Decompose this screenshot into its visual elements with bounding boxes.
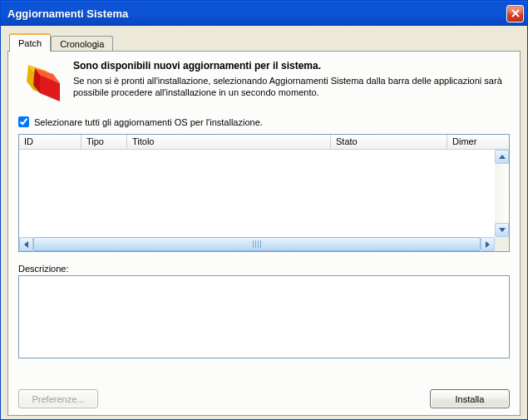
vertical-scrollbar[interactable] — [495, 150, 509, 237]
scroll-down-button[interactable] — [495, 223, 509, 237]
table-body — [19, 150, 509, 251]
window-frame: Aggiornamenti Sistema Patch Cronologia — [0, 0, 528, 420]
preferences-button: Preferenze... — [18, 389, 98, 408]
info-heading: Sono disponibili nuovi aggiornamenti per… — [73, 60, 510, 72]
button-row: Preferenze... Installa — [18, 378, 510, 408]
titlebar[interactable]: Aggiornamenti Sistema — [1, 1, 527, 26]
column-header-status[interactable]: Stato — [331, 135, 447, 150]
tab-history[interactable]: Cronologia — [51, 36, 113, 52]
chevron-down-icon — [499, 228, 506, 232]
description-label: Descrizione: — [18, 264, 510, 274]
info-section: Sono disponibili nuovi aggiornamenti per… — [18, 60, 510, 103]
chevron-up-icon — [499, 155, 506, 159]
vertical-scroll-track[interactable] — [495, 164, 509, 223]
column-header-type[interactable]: Tipo — [81, 135, 127, 150]
preferences-button-label: Preferenze... — [32, 394, 85, 404]
column-header-type-label: Tipo — [86, 136, 104, 146]
chevron-right-icon — [486, 241, 490, 248]
install-button-label: Installa — [456, 394, 485, 404]
tab-patch-label: Patch — [18, 38, 42, 48]
tab-history-label: Cronologia — [60, 39, 104, 49]
window-title: Aggiornamenti Sistema — [7, 7, 506, 20]
updates-icon — [23, 63, 63, 103]
horizontal-scroll-thumb[interactable] — [33, 237, 481, 251]
scroll-up-button[interactable] — [495, 150, 509, 164]
tab-pane: Sono disponibili nuovi aggiornamenti per… — [7, 51, 521, 416]
description-box — [18, 275, 510, 358]
column-header-id-label: ID — [24, 136, 33, 146]
column-header-title[interactable]: Titolo — [127, 135, 331, 150]
column-header-status-label: Stato — [336, 136, 358, 146]
updates-table: ID Tipo Titolo Stato Dimer — [18, 134, 510, 252]
select-all-row: Selezionare tutti gli aggiornamenti OS p… — [18, 116, 510, 127]
horizontal-scrollbar[interactable] — [19, 237, 495, 251]
close-button[interactable] — [506, 5, 524, 22]
column-header-size[interactable]: Dimer — [447, 135, 509, 150]
column-header-size-label: Dimer — [452, 136, 476, 146]
scrollbar-corner — [495, 237, 509, 251]
table-header-row: ID Tipo Titolo Stato Dimer — [19, 135, 509, 150]
scroll-left-button[interactable] — [19, 237, 33, 251]
tab-patch[interactable]: Patch — [9, 33, 51, 52]
info-text: Sono disponibili nuovi aggiornamenti per… — [73, 60, 510, 103]
column-header-title-label: Titolo — [132, 136, 155, 146]
column-header-id[interactable]: ID — [19, 135, 81, 150]
close-icon — [511, 9, 520, 17]
select-all-label: Selezionare tutti gli aggiornamenti OS p… — [34, 117, 263, 127]
chevron-left-icon — [24, 241, 28, 248]
window-body: Patch Cronologia — [1, 26, 527, 419]
scroll-right-button[interactable] — [481, 237, 495, 251]
select-all-checkbox[interactable] — [18, 116, 29, 127]
tab-strip: Patch Cronologia — [7, 32, 521, 51]
install-button[interactable]: Installa — [430, 389, 510, 408]
info-subtext: Se non si è pronti all'installazione, se… — [73, 75, 510, 99]
